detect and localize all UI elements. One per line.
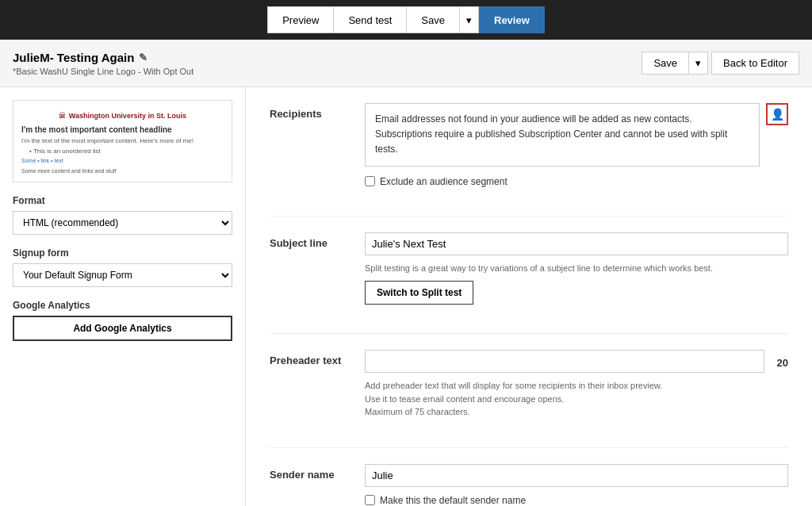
save-dropdown-button[interactable]: ▾: [459, 6, 479, 33]
preview-logo-text: Washington University in St. Louis: [69, 112, 186, 120]
review-button[interactable]: Review: [479, 6, 545, 33]
switch-split-test-button[interactable]: Switch to Split test: [365, 281, 473, 305]
right-content: Recipients Email addresses not found in …: [246, 87, 812, 506]
sender-name-section: Sender name Make this the default sender…: [270, 464, 788, 506]
recipients-text: Email addresses not found in your audien…: [375, 113, 692, 125]
person-icon: 👤: [771, 108, 784, 121]
add-google-analytics-button[interactable]: Add Google Analytics: [13, 316, 232, 341]
back-to-editor-button[interactable]: Back to Editor: [711, 52, 799, 75]
subject-line-label: Subject line: [270, 232, 365, 249]
exclude-audience-label: Exclude an audience segment: [380, 176, 508, 187]
add-contact-icon-button[interactable]: 👤: [766, 103, 788, 125]
edit-campaign-title-icon[interactable]: ✎: [139, 52, 147, 63]
preview-button[interactable]: Preview: [267, 6, 333, 33]
subject-line-section: Subject line Split testing is a great wa…: [270, 232, 788, 335]
main-layout: 🏛 Washington University in St. Louis I'm…: [0, 87, 812, 506]
preheader-label: Preheader text: [270, 350, 365, 366]
save-button[interactable]: Save: [406, 6, 459, 33]
campaign-title-text: JulieM- Testing Again: [13, 51, 134, 64]
campaign-subtitle: *Basic WashU Single Line Logo - With Opt…: [13, 67, 193, 76]
preheader-row: Preheader text 20 Add preheader text tha…: [270, 350, 788, 419]
preview-logo: 🏛 Washington University in St. Louis: [21, 109, 224, 121]
sender-name-field: Make this the default sender name: [365, 464, 788, 506]
format-label: Format: [13, 195, 232, 206]
preheader-input[interactable]: [365, 350, 764, 373]
email-preview: 🏛 Washington University in St. Louis I'm…: [13, 100, 232, 182]
recipients-row: Recipients Email addresses not found in …: [270, 103, 788, 187]
sender-name-input[interactable]: [365, 464, 788, 487]
sender-name-default-label: Make this the default sender name: [380, 495, 526, 506]
format-select[interactable]: HTML (recommended): [13, 211, 232, 235]
google-analytics-section: Google Analytics Add Google Analytics: [0, 300, 245, 354]
save-button-group: Save ▾: [406, 6, 479, 33]
top-toolbar: Preview Send test Save ▾ Review: [0, 0, 812, 40]
recipients-text-area: Email addresses not found in your audien…: [365, 103, 760, 171]
recipients-section: Recipients Email addresses not found in …: [270, 103, 788, 217]
signup-form-select[interactable]: Your Default Signup Form: [13, 263, 232, 287]
subject-line-row: Subject line Split testing is a great wa…: [270, 232, 788, 305]
recipients-with-icon: Email addresses not found in your audien…: [365, 103, 788, 171]
preheader-section: Preheader text 20 Add preheader text tha…: [270, 350, 788, 448]
preview-body-text: Some more content and links and stuff: [21, 168, 224, 174]
preheader-hint: Add preheader text that will display for…: [365, 379, 788, 419]
preview-headline: I'm the most important content headline: [21, 125, 224, 134]
sender-name-default-row: Make this the default sender name: [365, 495, 788, 506]
campaign-info: JulieM- Testing Again ✎ *Basic WashU Sin…: [13, 51, 193, 76]
preview-subtext: I'm the text of the most important conte…: [21, 137, 224, 144]
recipients-box: Email addresses not found in your audien…: [365, 103, 760, 167]
header-save-dropdown-button[interactable]: ▾: [688, 52, 708, 75]
subject-line-field: Split testing is a great way to try vari…: [365, 232, 788, 305]
signup-form-section: Signup form Your Default Signup Form: [0, 247, 245, 300]
preheader-field: 20 Add preheader text that will display …: [365, 350, 788, 419]
sender-name-label: Sender name: [270, 464, 365, 481]
preview-list-item: • This is an unordered list: [29, 148, 224, 155]
left-sidebar: 🏛 Washington University in St. Louis I'm…: [0, 87, 246, 506]
sender-name-default-checkbox[interactable]: [365, 495, 375, 505]
toolbar-button-group: Preview Send test Save ▾ Review: [267, 6, 545, 33]
exclude-audience-checkbox[interactable]: [365, 176, 375, 186]
subject-line-input[interactable]: [365, 232, 788, 255]
header-actions: Save ▾ Back to Editor: [642, 52, 799, 75]
recipients-subscription-text: Subscriptions require a published Subscr…: [375, 128, 727, 155]
header-save-button[interactable]: Save: [642, 52, 688, 75]
recipients-label: Recipients: [270, 103, 365, 120]
page-header: JulieM- Testing Again ✎ *Basic WashU Sin…: [0, 40, 812, 87]
format-section: Format HTML (recommended): [0, 182, 245, 247]
preheader-char-count: 20: [777, 357, 788, 369]
exclude-audience-row: Exclude an audience segment: [365, 176, 788, 187]
sender-name-row: Sender name Make this the default sender…: [270, 464, 788, 506]
campaign-title-row: JulieM- Testing Again ✎: [13, 51, 193, 64]
subject-line-hint: Split testing is a great way to try vari…: [365, 262, 788, 275]
google-analytics-label: Google Analytics: [13, 300, 232, 311]
send-test-button[interactable]: Send test: [333, 6, 406, 33]
header-save-group: Save ▾: [642, 52, 708, 75]
signup-form-label: Signup form: [13, 247, 232, 259]
recipients-field: Email addresses not found in your audien…: [365, 103, 788, 187]
preview-links: Some • link • text: [21, 158, 224, 163]
